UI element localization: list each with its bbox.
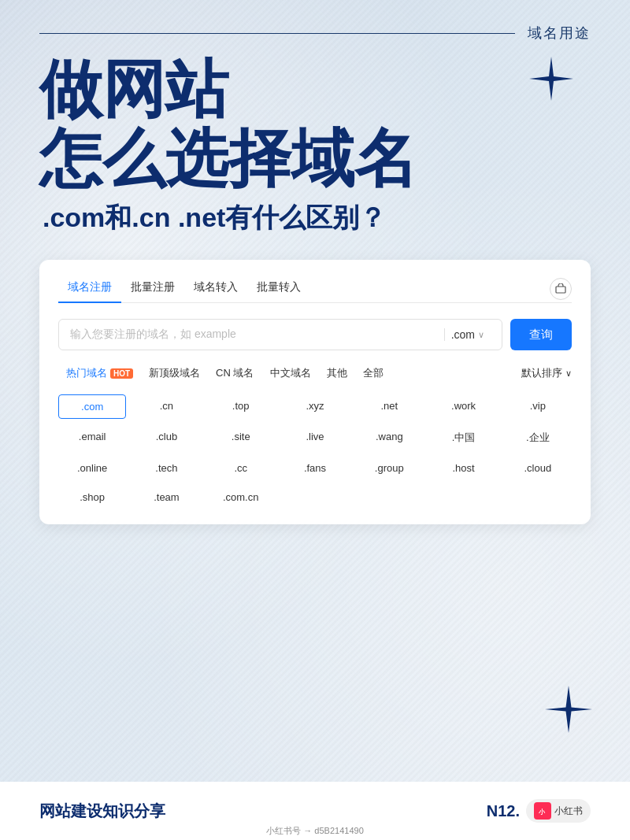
sort-label: 默认排序 [521, 366, 562, 380]
domain-item-site[interactable]: .site [207, 425, 275, 450]
filter-hot-label: 热门域名 [66, 366, 107, 380]
domain-register-card: 域名注册 批量注册 域名转入 批量转入 输入您要注册的域名，如 example … [39, 260, 591, 524]
filter-chinese-label: 中文域名 [270, 366, 311, 380]
top-divider [39, 33, 515, 34]
title-line1: 做网站 [39, 54, 228, 124]
card-tabs: 域名注册 批量注册 域名转入 批量转入 [58, 276, 572, 303]
domain-item-empty3 [429, 486, 497, 509]
domain-item-online[interactable]: .online [58, 457, 126, 479]
filter-others-label: 其他 [327, 366, 347, 380]
domain-item-top[interactable]: .top [207, 394, 275, 419]
chevron-down-icon: ∨ [478, 330, 484, 340]
search-input-wrap[interactable]: 输入您要注册的域名，如 example .com ∨ [58, 319, 502, 350]
svg-rect-0 [556, 287, 565, 293]
cart-button-wrap [550, 278, 572, 300]
domain-item-empty4 [504, 486, 572, 509]
tab-batch-register[interactable]: 批量注册 [121, 276, 184, 302]
sort-button[interactable]: 默认排序 ∨ [521, 366, 572, 380]
sort-chevron-icon: ∨ [565, 368, 572, 379]
domain-item-vip[interactable]: .vip [504, 394, 572, 419]
domain-item-wang[interactable]: .wang [355, 425, 423, 450]
suffix-value: .com [451, 328, 475, 341]
domain-item-group[interactable]: .group [355, 457, 423, 479]
domain-item-shop[interactable]: .shop [58, 486, 126, 509]
suffix-select[interactable]: .com ∨ [444, 328, 491, 341]
filter-cn-label: CN 域名 [216, 366, 254, 380]
top-row: 域名用途 [39, 24, 591, 43]
domain-item-live[interactable]: .live [281, 425, 349, 450]
domain-item-fans[interactable]: .fans [281, 457, 349, 479]
tab-domain-register[interactable]: 域名注册 [58, 276, 121, 302]
tab-batch-transfer[interactable]: 批量转入 [247, 276, 310, 302]
sparkle-bottom-star-icon [543, 684, 594, 738]
domain-item-cn[interactable]: .cn [132, 394, 200, 419]
domain-item-work[interactable]: .work [429, 394, 497, 419]
main-title: 做网站 [39, 55, 591, 124]
filter-others[interactable]: 其他 [319, 363, 355, 383]
hot-badge: HOT [110, 368, 133, 379]
filter-cn-domain[interactable]: CN 域名 [208, 363, 261, 383]
search-placeholder: 输入您要注册的域名，如 example [70, 327, 444, 342]
filter-row: 热门域名 HOT 新顶级域名 CN 域名 中文域名 其他 全部 默认排序 ∨ [58, 363, 572, 383]
search-button[interactable]: 查询 [510, 319, 572, 350]
domain-grid: .com .cn .top .xyz .net .work .vip .emai… [58, 394, 572, 509]
domain-item-host[interactable]: .host [429, 457, 497, 479]
domain-item-club[interactable]: .club [132, 425, 200, 450]
search-row: 输入您要注册的域名，如 example .com ∨ 查询 [58, 319, 572, 350]
domain-purpose-label: 域名用途 [528, 24, 591, 43]
filter-new-tld[interactable]: 新顶级域名 [141, 363, 208, 383]
domain-item-enterprise[interactable]: .企业 [504, 425, 572, 450]
filter-new-tld-label: 新顶级域名 [149, 366, 200, 380]
domain-item-net[interactable]: .net [355, 394, 423, 419]
domain-item-xyz[interactable]: .xyz [281, 394, 349, 419]
sparkle-star-icon [528, 55, 575, 102]
domain-item-team[interactable]: .team [132, 486, 200, 509]
filter-chinese-domain[interactable]: 中文域名 [262, 363, 319, 383]
domain-item-cc[interactable]: .cc [207, 457, 275, 479]
domain-item-cloud[interactable]: .cloud [504, 457, 572, 479]
domain-item-comcn[interactable]: .com.cn [207, 486, 275, 509]
domain-item-tech[interactable]: .tech [132, 457, 200, 479]
domain-item-com[interactable]: .com [58, 394, 126, 419]
domain-item-email[interactable]: .email [58, 425, 126, 450]
cart-icon[interactable] [550, 278, 572, 300]
main-title-line2: 怎么选择域名 [39, 124, 591, 194]
domain-item-empty1 [281, 486, 349, 509]
filter-hot-domains[interactable]: 热门域名 HOT [58, 363, 141, 383]
subtitle: .com和.cn .net有什么区别？ [43, 200, 591, 236]
filter-all[interactable]: 全部 [355, 363, 391, 383]
filter-all-label: 全部 [363, 366, 384, 380]
domain-item-china[interactable]: .中国 [429, 425, 497, 450]
tab-domain-transfer[interactable]: 域名转入 [184, 276, 247, 302]
domain-item-empty2 [355, 486, 423, 509]
